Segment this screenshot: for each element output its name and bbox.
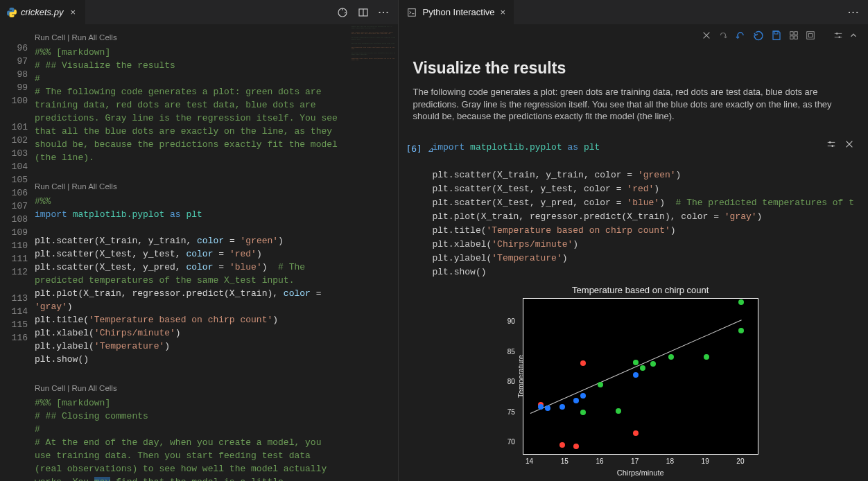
markdown-heading: Visualize the results — [413, 59, 854, 78]
chart-plot-area — [523, 298, 758, 455]
interactive-tab-label: Python Interactive — [422, 7, 494, 17]
minimap[interactable]: xxxxxx xxx xxx xxx xx xxxxx xxx xxxxxx\n… — [348, 24, 398, 481]
undo-icon[interactable] — [735, 30, 746, 41]
editor-tabbar: crickets.py × ··· — [0, 0, 398, 24]
svg-point-14 — [838, 36, 840, 38]
editor-pane: crickets.py × ··· 96979899100 1011021031… — [0, 0, 399, 481]
run-cell-icon[interactable] — [337, 7, 348, 18]
svg-rect-7 — [790, 36, 793, 39]
tab-python-interactive[interactable]: Python Interactive × — [399, 0, 514, 24]
interactive-pane: Python Interactive × ··· Visualize the r… — [399, 0, 868, 481]
code-area[interactable]: Run Cell | Run All Cells#%% [markdown]# … — [35, 24, 348, 481]
code-cell: [6] ⊿ import matplotlib.pyplot as plt pl… — [413, 141, 854, 279]
line-numbers: 96979899100 1011021031041051061071081091… — [0, 24, 35, 481]
svg-rect-6 — [795, 32, 797, 35]
svg-point-18 — [831, 145, 833, 147]
chart-title: Temperature based on chirp count — [572, 285, 709, 295]
tab-close-icon[interactable]: × — [67, 7, 78, 17]
svg-rect-9 — [807, 32, 815, 40]
expand-icon[interactable] — [806, 30, 815, 40]
interactive-toolbar — [399, 24, 868, 46]
svg-point-13 — [836, 33, 838, 35]
export-icon[interactable] — [789, 30, 799, 40]
python-icon — [7, 8, 17, 17]
tab-crickets[interactable]: crickets.py × — [0, 0, 85, 24]
redo-icon[interactable] — [718, 30, 728, 40]
settings-icon[interactable] — [833, 30, 843, 40]
interactive-body: Visualize the results The following code… — [399, 46, 868, 481]
svg-point-17 — [829, 141, 831, 143]
interactive-icon — [407, 8, 417, 17]
save-icon[interactable] — [771, 30, 782, 41]
interactive-more-icon[interactable]: ··· — [848, 7, 860, 17]
tab-filename: crickets.py — [21, 7, 63, 17]
interactive-tabbar: Python Interactive × ··· — [399, 0, 868, 24]
markdown-paragraph: The following code generates a plot: gre… — [413, 86, 854, 123]
chart-output: Temperature based on chirp count Tempera… — [413, 285, 854, 477]
cell-settings-icon[interactable] — [826, 139, 836, 149]
cell-close-icon[interactable] — [844, 139, 854, 149]
chart-xlabel: Chirps/minute — [617, 469, 664, 477]
cell-execution-count: [6] ⊿ — [406, 143, 433, 154]
restart-icon[interactable] — [753, 30, 764, 41]
remove-cell-icon[interactable] — [702, 30, 711, 40]
code-editor[interactable]: 96979899100 1011021031041051061071081091… — [0, 24, 398, 481]
svg-rect-5 — [790, 32, 793, 35]
svg-rect-3 — [408, 8, 416, 16]
cell-code-area[interactable]: import matplotlib.pyplot as plt plt.scat… — [413, 141, 854, 279]
svg-rect-10 — [808, 33, 812, 37]
interactive-close-icon[interactable]: × — [501, 7, 506, 17]
svg-rect-8 — [795, 36, 797, 39]
split-editor-icon[interactable] — [358, 7, 369, 18]
more-actions-icon[interactable]: ··· — [379, 7, 390, 18]
collapse-icon[interactable] — [849, 30, 858, 40]
